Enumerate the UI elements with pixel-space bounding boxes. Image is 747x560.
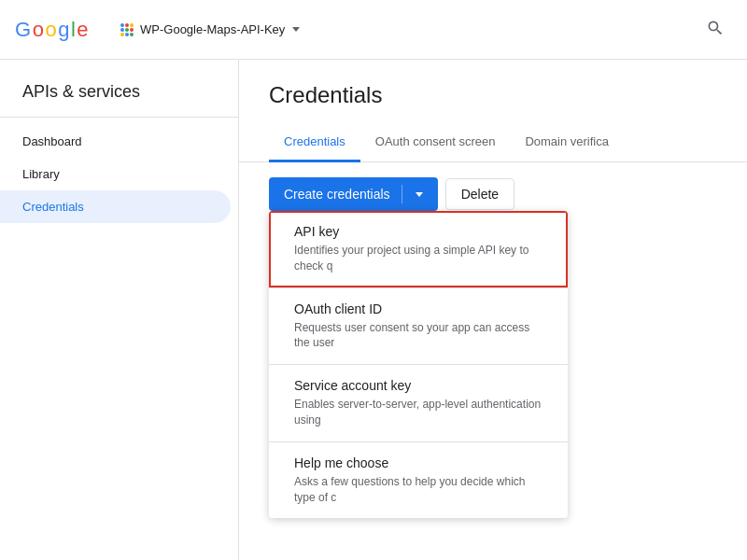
page-title: Credentials <box>269 82 717 108</box>
search-button[interactable] <box>698 11 732 48</box>
oauth-desc: Requests user consent so your app can ac… <box>294 320 545 352</box>
api-key-desc: Identifies your project using a simple A… <box>294 243 545 274</box>
sidebar-divider <box>0 117 238 118</box>
menu-item-oauth[interactable]: OAuth client ID Requests user consent so… <box>269 288 568 365</box>
layout: APIs & services Dashboard Library Creden… <box>0 60 747 560</box>
create-chevron-icon <box>416 192 423 197</box>
project-icon <box>120 22 134 37</box>
sidebar-item-dashboard[interactable]: Dashboard <box>0 125 231 158</box>
google-logo: Google <box>15 18 93 42</box>
oauth-title: OAuth client ID <box>294 301 545 316</box>
create-credentials-container: Create credentials API key Identifies yo… <box>269 177 438 211</box>
api-key-title: API key <box>294 224 545 239</box>
tab-oauth[interactable]: OAuth consent screen <box>360 123 511 162</box>
chevron-down-icon <box>292 27 300 32</box>
sidebar-item-credentials[interactable]: Credentials <box>0 190 231 223</box>
create-credentials-button[interactable]: Create credentials <box>269 177 438 211</box>
credentials-dropdown-menu: API key Identifies your project using a … <box>269 211 568 518</box>
search-icon <box>706 19 725 37</box>
help-desc: Asks a few questions to help you decide … <box>294 474 545 506</box>
tab-credentials[interactable]: Credentials <box>269 123 360 162</box>
main-header: Credentials <box>239 60 747 123</box>
delete-button[interactable]: Delete <box>445 178 514 210</box>
service-account-title: Service account key <box>294 378 545 393</box>
tab-domain[interactable]: Domain verifica <box>510 123 624 162</box>
button-divider <box>402 185 402 203</box>
menu-item-service-account[interactable]: Service account key Enables server-to-se… <box>269 365 568 441</box>
main-content: Credentials Credentials OAuth consent sc… <box>239 60 747 560</box>
tabs-bar: Credentials OAuth consent screen Domain … <box>239 123 747 162</box>
toolbar: Create credentials API key Identifies yo… <box>239 162 747 226</box>
project-selector[interactable]: WP-Google-Maps-API-Key <box>108 17 311 43</box>
menu-item-api-key[interactable]: API key Identifies your project using a … <box>269 211 568 287</box>
service-account-desc: Enables server-to-server, app-level auth… <box>294 397 545 428</box>
project-name: WP-Google-Maps-API-Key <box>140 22 285 36</box>
help-title: Help me choose <box>294 455 545 470</box>
menu-item-help[interactable]: Help me choose Asks a few questions to h… <box>269 442 568 519</box>
sidebar: APIs & services Dashboard Library Creden… <box>0 60 239 560</box>
sidebar-item-library[interactable]: Library <box>0 158 231 190</box>
top-nav: Google WP-Google-Maps-API-Key <box>0 0 747 60</box>
sidebar-title: APIs & services <box>0 75 238 117</box>
